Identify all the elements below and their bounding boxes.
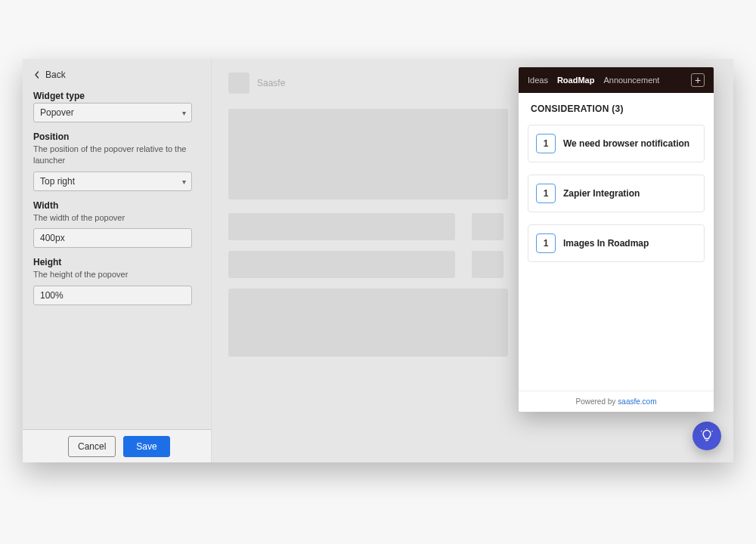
tab-ideas[interactable]: Ideas <box>528 76 548 85</box>
height-input[interactable] <box>33 286 192 305</box>
roadmap-card[interactable]: 1 Zapier Integration <box>528 175 705 212</box>
app-frame: Back Widget type Popover Position The po… <box>23 59 733 462</box>
widget-type-group: Widget type Popover <box>33 91 200 122</box>
tab-roadmap[interactable]: RoadMap <box>557 76 595 85</box>
back-button[interactable]: Back <box>33 70 200 80</box>
roadmap-card[interactable]: 1 We need browser notification <box>528 125 705 162</box>
position-label: Position <box>33 131 200 142</box>
widget-type-select[interactable]: Popover <box>33 103 192 122</box>
width-label: Width <box>33 200 200 211</box>
vote-count[interactable]: 1 <box>536 134 556 153</box>
content-placeholder <box>472 213 503 240</box>
height-help: The height of the popover <box>33 269 200 280</box>
save-button[interactable]: Save <box>123 436 169 457</box>
content-placeholder <box>472 251 503 278</box>
tab-announcement[interactable]: Announcement <box>603 76 659 85</box>
svg-line-2 <box>702 431 702 431</box>
section-title: CONSIDERATION (3) <box>528 104 705 114</box>
sidebar-footer: Cancel Save <box>23 429 211 462</box>
powered-by-label: Powered by <box>576 397 616 406</box>
content-placeholder <box>228 213 455 240</box>
content-placeholder <box>228 109 508 199</box>
content-placeholder <box>228 289 508 357</box>
powered-by-link[interactable]: saasfe.com <box>618 397 656 406</box>
popover-tabs: Ideas RoadMap Announcement + <box>519 67 714 93</box>
card-title: Zapier Integration <box>563 188 640 199</box>
card-title: Images In Roadmap <box>563 238 649 249</box>
back-label: Back <box>45 70 66 80</box>
launcher-fab[interactable] <box>692 422 721 450</box>
vote-count[interactable]: 1 <box>536 184 556 203</box>
height-group: Height The height of the popover <box>33 257 200 304</box>
position-group: Position The position of the popover rel… <box>33 131 200 191</box>
roadmap-card[interactable]: 1 Images In Roadmap <box>528 224 705 262</box>
height-label: Height <box>33 257 200 267</box>
position-help: The position of the popover relative to … <box>33 144 200 167</box>
width-group: Width The width of the popover <box>33 200 200 248</box>
width-help: The width of the popover <box>33 212 200 224</box>
content-placeholder <box>228 251 455 278</box>
card-title: We need browser notification <box>563 138 689 149</box>
cancel-button[interactable]: Cancel <box>68 436 116 457</box>
brand-logo-placeholder <box>228 73 249 94</box>
add-button[interactable]: + <box>691 73 705 87</box>
settings-sidebar: Back Widget type Popover Position The po… <box>23 59 212 462</box>
vote-count[interactable]: 1 <box>536 233 556 253</box>
popover-body: CONSIDERATION (3) 1 We need browser noti… <box>519 93 714 391</box>
position-select[interactable]: Top right <box>33 172 192 191</box>
lightbulb-icon <box>699 428 714 444</box>
brand-name: Saasfe <box>257 78 285 88</box>
widget-type-label: Widget type <box>33 91 200 101</box>
popover-footer: Powered by saasfe.com <box>519 391 714 412</box>
chevron-left-icon <box>33 71 41 79</box>
svg-line-3 <box>712 431 713 431</box>
popover-widget: Ideas RoadMap Announcement + CONSIDERATI… <box>519 67 714 412</box>
width-input[interactable] <box>33 228 192 248</box>
